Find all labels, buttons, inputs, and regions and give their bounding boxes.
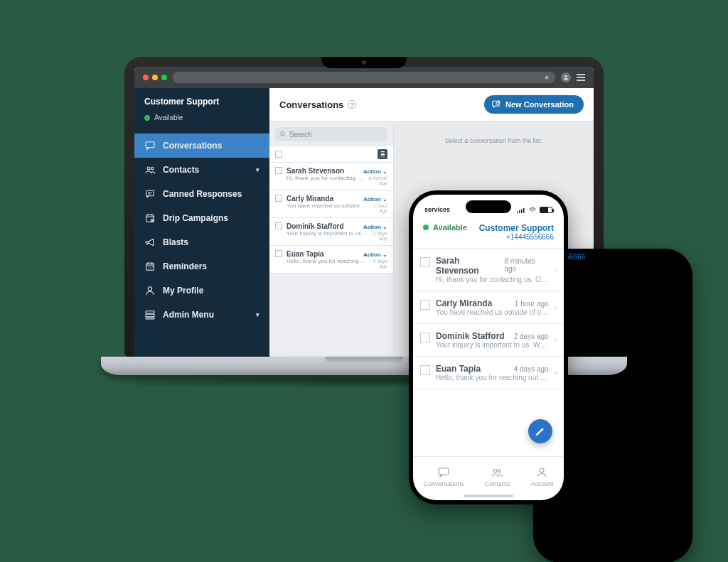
conversation-name: Dominik Stafford bbox=[436, 331, 505, 341]
sidebar-item-canned-responses[interactable]: Canned Responses bbox=[134, 182, 269, 206]
conversation-checkbox[interactable] bbox=[275, 250, 282, 257]
mobile-conversation-row[interactable]: Euan Tapia4 days agoHello, thank you for… bbox=[413, 357, 564, 389]
tab-contacts[interactable]: Contacts bbox=[485, 466, 510, 487]
conversation-time: 8 minutes ago bbox=[504, 257, 548, 273]
sidebar-item-label: Drip Campaigns bbox=[163, 213, 228, 223]
svg-point-2 bbox=[147, 167, 150, 170]
browser-menu-icon[interactable] bbox=[577, 74, 585, 81]
sidebar-item-admin-menu[interactable]: Admin Menu ▾ bbox=[134, 303, 269, 327]
conversation-row[interactable]: Euan TapiaAction ⌄Hello, thank you for r… bbox=[269, 246, 393, 274]
tab-account[interactable]: Account bbox=[530, 466, 554, 487]
sidebar-item-conversations[interactable]: Conversations bbox=[134, 134, 269, 158]
conversation-checkbox[interactable] bbox=[420, 300, 430, 310]
conversation-time: 4 days ago bbox=[368, 259, 387, 269]
maximize-window-icon[interactable] bbox=[161, 75, 167, 80]
status-dot-icon bbox=[423, 225, 429, 230]
chat-icon bbox=[437, 466, 451, 479]
svg-rect-17 bbox=[523, 208, 525, 213]
conversation-row[interactable]: Dominik StaffordAction ⌄Your inquiry is … bbox=[269, 218, 393, 246]
sidebar-item-contacts[interactable]: Contacts ▾ bbox=[134, 158, 269, 182]
conversation-action-menu[interactable]: Action ⌄ bbox=[363, 168, 387, 175]
conversation-preview: Hi, thank you for contacting us. Our h..… bbox=[436, 276, 549, 283]
sidebar-item-label: My Profile bbox=[163, 286, 203, 296]
conversation-action-menu[interactable]: Action ⌄ bbox=[363, 224, 387, 230]
svg-rect-11 bbox=[146, 318, 154, 319]
select-all-checkbox[interactable] bbox=[275, 151, 282, 158]
compose-fab[interactable] bbox=[528, 419, 552, 443]
conversation-time: 4 days ago bbox=[514, 365, 549, 373]
conversation-time: 2 days ago bbox=[514, 333, 549, 340]
conversation-checkbox[interactable] bbox=[420, 333, 430, 342]
sidebar-item-blasts[interactable]: Blasts bbox=[134, 230, 269, 254]
calendar-check-icon bbox=[144, 212, 156, 224]
chevron-right-icon: › bbox=[555, 336, 557, 344]
conversation-time: a minute ago bbox=[365, 175, 387, 185]
conversation-name: Euan Tapia bbox=[436, 364, 481, 374]
tab-conversations[interactable]: Conversations bbox=[423, 466, 464, 487]
sidebar-item-label: Blasts bbox=[163, 237, 188, 247]
chevron-down-icon: ▾ bbox=[256, 166, 259, 173]
conversation-name: Sarah Stevenson bbox=[287, 167, 344, 175]
speech-bubble-icon bbox=[144, 188, 156, 200]
conversation-preview: Hello, thank you for reaching out to us.… bbox=[436, 374, 549, 382]
conversation-preview: Your inquiry is important to us. We will… bbox=[287, 230, 368, 237]
pencil-icon bbox=[535, 426, 546, 437]
search-icon bbox=[279, 131, 287, 138]
sidebar-item-my-profile[interactable]: My Profile bbox=[134, 279, 269, 303]
conversation-name: Sarah Stevenson bbox=[436, 256, 504, 276]
conversation-checkbox[interactable] bbox=[420, 365, 430, 375]
mobile-conversation-row[interactable]: Carly Miranda1 hour agoYou have reached … bbox=[413, 291, 564, 324]
filter-icon[interactable]: ≣ bbox=[378, 149, 387, 159]
megaphone-icon bbox=[144, 237, 156, 248]
sidebar-item-drip-campaigns[interactable]: Drip Campaigns bbox=[134, 206, 269, 230]
bookmark-star-icon[interactable]: ★ bbox=[544, 74, 550, 81]
profile-icon bbox=[144, 285, 156, 296]
signal-icon bbox=[517, 207, 525, 213]
mobile-conversation-row[interactable]: Dominik Stafford2 days agoYour inquiry i… bbox=[413, 324, 564, 357]
svg-rect-4 bbox=[146, 190, 154, 195]
conversation-row[interactable]: Sarah StevensonAction ⌄Hi, thank you for… bbox=[269, 163, 393, 190]
close-window-icon[interactable] bbox=[143, 75, 149, 80]
conversation-name: Carly Miranda bbox=[436, 298, 492, 308]
help-icon[interactable]: ? bbox=[348, 100, 356, 109]
conversation-action-menu[interactable]: Action ⌄ bbox=[363, 196, 387, 202]
page-title: Conversations ? bbox=[279, 99, 356, 110]
mobile-availability-status[interactable]: Available bbox=[423, 223, 467, 232]
sidebar-item-reminders[interactable]: Reminders bbox=[134, 254, 269, 279]
conversation-preview: Hello, thank you for reaching out to us.… bbox=[287, 258, 368, 264]
conversation-checkbox[interactable] bbox=[275, 167, 282, 174]
conversation-checkbox[interactable] bbox=[275, 222, 282, 229]
contacts-icon bbox=[490, 466, 504, 479]
conversation-preview: You have reached us outside of our no... bbox=[436, 308, 549, 316]
conversation-checkbox[interactable] bbox=[420, 257, 430, 267]
conversation-action-menu[interactable]: Action ⌄ bbox=[363, 252, 387, 258]
svg-point-21 bbox=[540, 468, 544, 472]
minimize-window-icon[interactable] bbox=[152, 75, 158, 80]
conversation-time: 1 hour ago bbox=[515, 300, 549, 308]
conversation-row[interactable]: Carly MirandaAction ⌄You have reached us… bbox=[269, 190, 393, 218]
browser-address-bar[interactable]: ★ bbox=[173, 72, 555, 83]
chat-icon bbox=[144, 140, 156, 151]
chevron-down-icon: ▾ bbox=[256, 311, 259, 318]
new-conversation-button[interactable]: New Conversation bbox=[484, 95, 584, 114]
laptop-notch bbox=[321, 57, 407, 68]
availability-status[interactable]: Available bbox=[144, 114, 259, 121]
conversation-time: 1 hour ago bbox=[368, 203, 387, 213]
search-input[interactable]: Search bbox=[275, 127, 387, 141]
svg-rect-1 bbox=[146, 142, 154, 148]
calendar-icon bbox=[144, 261, 156, 272]
svg-point-0 bbox=[564, 75, 567, 77]
svg-point-8 bbox=[148, 287, 151, 291]
mobile-conversation-row[interactable]: Sarah Stevenson8 minutes agoHi, thank yo… bbox=[413, 249, 564, 291]
home-indicator bbox=[464, 495, 513, 497]
conversation-checkbox[interactable] bbox=[275, 195, 282, 202]
mobile-header-title: Customer Support +14445556666 bbox=[479, 223, 554, 241]
svg-point-3 bbox=[151, 167, 154, 169]
browser-profile-icon[interactable] bbox=[561, 72, 571, 82]
browser-chrome-bar: ★ bbox=[134, 67, 594, 88]
carrier-label: services bbox=[424, 206, 450, 213]
status-dot-icon bbox=[144, 115, 150, 121]
conversation-preview: Hi, thank you for contacting us. Our h..… bbox=[287, 175, 365, 181]
battery-icon bbox=[540, 207, 552, 213]
svg-rect-14 bbox=[517, 211, 518, 212]
